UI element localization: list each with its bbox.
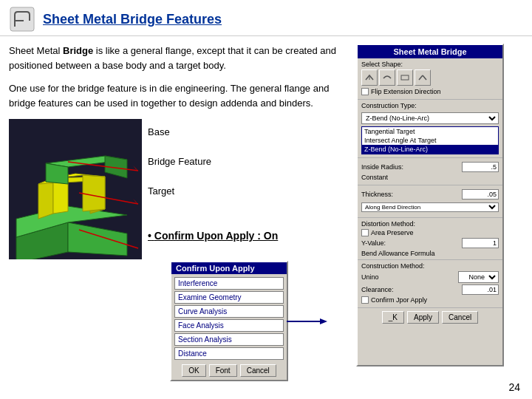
confirm-dialog-buttons: OK Font Cancel <box>171 363 287 380</box>
shape-icon-4[interactable] <box>415 69 431 86</box>
distortion-label: Distortion Method: <box>361 220 499 228</box>
panel-ok-button[interactable]: _K <box>382 311 404 324</box>
confirm-apply-label: Confirm Jpor Apply <box>371 296 427 304</box>
description-para1: Sheet Metal Bridge is like a general fla… <box>9 44 349 72</box>
shape-icon-2[interactable] <box>379 69 395 86</box>
construction-method-label: Construction Method: <box>361 262 499 270</box>
page-title: Sheet Metal Bridge Features <box>43 12 222 27</box>
shape-icon-3[interactable] <box>397 69 413 86</box>
direction-select[interactable]: Along Bend Direction <box>361 202 499 212</box>
sheet-metal-icon <box>9 6 35 33</box>
confirm-item-curve[interactable]: Curve Analysis <box>174 305 284 318</box>
constant-row: Constant <box>361 174 499 181</box>
confirm-font-button[interactable]: Font <box>209 364 237 377</box>
panel-distortion-section: Distortion Method: Area Preserve Y-Value… <box>358 218 502 260</box>
diagram-container: Base Bridge Feature Target • Confirm Upo… <box>9 119 349 366</box>
panel-thickness-section: Thickness: Along Bend Direction <box>358 185 502 218</box>
flip-extension-row[interactable]: Flip Extension Direction <box>361 88 499 95</box>
panel-cancel-button[interactable]: Cancel <box>442 311 478 324</box>
confirm-dialog[interactable]: Confirm Upon Apply Interference Examine … <box>170 261 288 381</box>
dropdown-item-intersect[interactable]: Intersect Angle At Target <box>362 136 498 145</box>
bend-allowance-label: Bend Allowance Formula <box>361 250 499 257</box>
confirm-section: • Confirm Upon Apply : On Confirm Upon A… <box>148 230 278 366</box>
confirm-ok-button[interactable]: OK <box>182 364 205 377</box>
svg-marker-13 <box>46 163 68 184</box>
shape-icon-1[interactable] <box>361 69 378 86</box>
uniform-select[interactable]: None <box>458 271 499 283</box>
construction-type-label: Construction Type: <box>361 102 499 109</box>
right-panel: Sheet Metal Bridge Select Shape: <box>356 44 504 366</box>
confirm-apply-checkbox[interactable] <box>361 296 369 304</box>
inside-radius-row: Inside Radius: <box>361 162 499 172</box>
uniform-row: Unino None <box>361 271 499 283</box>
inside-radius-input[interactable] <box>462 162 499 172</box>
panel-title: Sheet Metal Bridge <box>358 45 502 58</box>
panel-shape-section: Select Shape: Flip Extension Direction <box>358 58 502 100</box>
uniform-label: Unino <box>361 273 379 281</box>
inside-radius-label: Inside Radius: <box>361 163 403 171</box>
panel-shape-label: Select Shape: <box>361 61 499 68</box>
confirm-item-examine[interactable]: Examine Geometry <box>174 291 284 304</box>
confirm-dialog-body: Interference Examine Geometry Curve Anal… <box>171 274 287 363</box>
clearance-input[interactable] <box>462 284 499 295</box>
confirm-dialog-title: Confirm Upon Apply <box>171 262 287 274</box>
diagram-labels: Base Bridge Feature Target • Confirm Upo… <box>148 119 278 366</box>
confirm-item-interference[interactable]: Interference <box>174 277 284 290</box>
confirm-item-distance[interactable]: Distance <box>174 347 284 360</box>
panel-method-section: Construction Method: Unino None Clearanc… <box>358 260 502 308</box>
dialog-arrow <box>287 316 327 327</box>
svg-marker-21 <box>320 318 327 324</box>
dropdown-item-tangential[interactable]: Tangential Target <box>362 127 498 136</box>
label-base: Base <box>148 126 278 137</box>
area-preserve-label: Area Preserve <box>371 229 414 236</box>
y-value-input[interactable] <box>462 238 499 248</box>
construction-type-select[interactable]: Z-Bend (No-Line-Arc) <box>361 112 499 124</box>
thickness-input[interactable] <box>462 189 499 200</box>
page-number: 24 <box>508 381 520 393</box>
svg-marker-9 <box>83 175 105 211</box>
confirm-text: • Confirm Upon Apply : On <box>148 230 278 242</box>
panel-icons-row <box>361 69 499 86</box>
confirm-item-section[interactable]: Section Analysis <box>174 333 284 346</box>
y-value-row: Y-Value: <box>361 238 499 248</box>
panel-construction-section: Construction Type: Z-Bend (No-Line-Arc) … <box>358 100 502 158</box>
header: Sheet Metal Bridge Features <box>0 0 532 36</box>
confirm-item-face[interactable]: Face Analysis <box>174 319 284 332</box>
label-bridge: Bridge Feature <box>148 156 278 167</box>
confirm-cancel-button[interactable]: Cancel <box>240 364 276 377</box>
diagram-3d-shape <box>9 119 142 259</box>
dropdown-item-zbend[interactable]: Z-Bend (No-Line-Arc) <box>362 145 498 154</box>
svg-rect-0 <box>10 7 34 31</box>
direction-row: Along Bend Direction <box>361 201 499 214</box>
thickness-label: Thickness: <box>361 191 393 198</box>
flip-extension-label: Flip Extension Direction <box>371 88 441 95</box>
clearance-label: Clearance: <box>361 286 394 293</box>
panel-buttons: _K Apply Cancel <box>358 308 502 327</box>
y-value-label: Y-Value: <box>361 239 386 247</box>
label-target: Target <box>148 185 278 197</box>
left-section: Sheet Metal Bridge is like a general fla… <box>9 44 349 366</box>
flip-extension-checkbox[interactable] <box>361 88 369 95</box>
clearance-row: Clearance: <box>361 284 499 295</box>
svg-rect-23 <box>401 75 409 80</box>
area-preserve-row[interactable]: Area Preserve <box>361 229 499 236</box>
panel-radius-section: Inside Radius: Constant <box>358 158 502 185</box>
description-para2: One use for the bridge feature is in die… <box>9 81 349 110</box>
main-content: Sheet Metal Bridge is like a general fla… <box>0 36 532 374</box>
thickness-row: Thickness: <box>361 189 499 200</box>
construction-type-dropdown[interactable]: Tangential Target Intersect Angle At Tar… <box>361 126 499 154</box>
panel-apply-button[interactable]: Apply <box>407 311 439 324</box>
confirm-apply-row[interactable]: Confirm Jpor Apply <box>361 296 499 304</box>
constant-label: Constant <box>361 174 388 181</box>
area-preserve-checkbox[interactable] <box>361 229 369 236</box>
